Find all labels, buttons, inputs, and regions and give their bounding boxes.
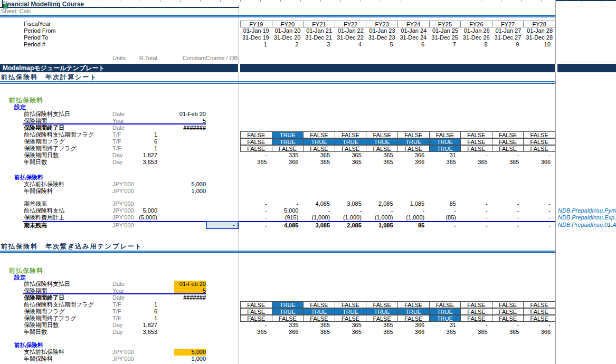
row-label: 保険料費用計上 xyxy=(24,214,64,221)
flag-row-2: FALSETRUETRUETRUETRUETRUETRUEFALSEFALSEF… xyxy=(240,138,555,145)
value-cell: 85 xyxy=(429,200,461,207)
period-num-cell: 10 xyxy=(524,41,555,48)
days-cell: 366 xyxy=(524,159,555,166)
flag-cell: FALSE xyxy=(366,301,398,308)
flag-cell: FALSE xyxy=(272,145,304,152)
period-num-label: Period # xyxy=(24,41,45,48)
period-to-label: Period To xyxy=(24,34,48,41)
period-to-cell: 31-Dec 26 xyxy=(461,34,492,41)
flag-cell: TRUE xyxy=(397,308,430,315)
value-cell: - xyxy=(524,207,555,214)
period-to-cell: 31-Dec 25 xyxy=(429,34,461,41)
ndb-ref-closing: NDB.PrepaidInsu.01.A.C xyxy=(558,222,616,228)
opening-balance-cells: --4,0853,0852,0851,08585--- xyxy=(240,200,555,207)
flag-cell: FALSE xyxy=(492,145,524,152)
days-cell: 365 xyxy=(303,329,335,336)
fiscal-year-row: FiscalYear FY19FY20FY21FY22FY23FY24FY25F… xyxy=(0,21,616,27)
value-cell: 1,085 xyxy=(398,200,430,207)
row-period-end-flag-link: 保険期間終了フラグ T/F 1 FALSEFALSEFALSEFALSEFALS… xyxy=(0,315,616,322)
row-label: 保険期間終了フラグ xyxy=(24,145,77,152)
flag-cell: FALSE xyxy=(303,315,335,322)
flag-cell: TRUE xyxy=(335,138,367,145)
flag-cell: FALSE xyxy=(460,131,492,138)
calc-premium-heading: 前払保険料 xyxy=(14,174,43,181)
units-cell: JPY'000 xyxy=(112,200,134,207)
days-cell: 31 xyxy=(429,152,461,159)
row-annual-premium-link: 年間保険料 JPY'000 1,000 xyxy=(0,356,616,362)
constant-cell: 5,000 xyxy=(174,181,206,188)
row-period-end-flag: 保険期間終了フラグ T/F 1 FALSEFALSEFALSEFALSEFALS… xyxy=(0,145,616,152)
flag-row-1-link: FALSETRUEFALSEFALSEFALSEFALSEFALSEFALSEF… xyxy=(240,301,555,308)
value-cell: - xyxy=(272,200,304,207)
period-num-cell: 3 xyxy=(303,41,335,48)
flag-row-2-link: FALSETRUETRUETRUETRUETRUETRUEFALSEFALSEF… xyxy=(240,308,555,315)
row-label: 前払保険料支払日 xyxy=(24,111,70,118)
days-cell: - xyxy=(492,322,524,329)
units-cell: Date xyxy=(112,124,125,131)
title-underline xyxy=(0,7,239,8)
modelmap-bar: Modelmapモジュールテンプレート xyxy=(0,64,616,72)
days-cell: 365 xyxy=(240,159,272,166)
days-cell: 366 xyxy=(524,329,555,336)
value-cell: - xyxy=(524,200,555,207)
flag-cell: FALSE xyxy=(240,308,272,315)
value-cell: - xyxy=(461,207,492,214)
fiscal-year-cell: FY21 xyxy=(303,21,335,27)
flag-cell: FALSE xyxy=(523,308,555,315)
value-cell: 4,085 xyxy=(272,222,304,229)
sheet-label: Sheet: Calc xyxy=(1,8,31,14)
input-cell-premium[interactable]: 5,000 xyxy=(174,349,206,356)
days-cell: 365 xyxy=(335,329,366,336)
period-num-row: Period # 12345678910 xyxy=(0,41,616,48)
value-cell: 1,085 xyxy=(366,222,398,229)
flag-row-3: FALSEFALSEFALSEFALSEFALSEFALSETRUEFALSEF… xyxy=(240,145,555,152)
constant-cell: 01-Feb 20 xyxy=(174,111,206,118)
spreadsheet-canvas: Financial Modelling Course Sheet: Calc F… xyxy=(0,0,616,364)
flag-cell: TRUE xyxy=(303,308,335,315)
value-cell: 2,085 xyxy=(335,222,366,229)
flag-cell: FALSE xyxy=(366,315,398,322)
flag-cell: FALSE xyxy=(240,145,272,152)
calc-title-double-rule xyxy=(0,81,555,84)
flag-cell: FALSE xyxy=(523,301,555,308)
row-label: 保険期間フラグ xyxy=(24,138,65,145)
value-cell: (1,000) xyxy=(366,214,398,221)
days-cell: 365 xyxy=(335,322,366,329)
fiscal-year-label: FiscalYear xyxy=(24,21,51,27)
period-num-cell: 2 xyxy=(272,41,304,48)
row-label: 期末残高 xyxy=(24,222,47,229)
flag-cell: FALSE xyxy=(240,301,272,308)
row-label: 保険期間日数 xyxy=(24,152,59,159)
flag-cell: FALSE xyxy=(335,301,367,308)
flag-cell: FALSE xyxy=(240,315,272,322)
row-label: 前払保険料支払期間フラグ xyxy=(24,131,94,138)
period-days-cells-link: -33536536536536631--- xyxy=(240,322,555,329)
value-cell: (1,000) xyxy=(335,214,366,221)
flag-cell: FALSE xyxy=(460,145,492,152)
row-label: 保険期間日数 xyxy=(24,322,59,329)
row-period-end-date: 保険期間終了日 Date ####### xyxy=(0,124,616,131)
closing-balance-cells: -4,0853,0852,0851,08585---- xyxy=(240,222,555,229)
days-cell: 366 xyxy=(398,322,430,329)
rtotal-cell: 1,827 xyxy=(119,322,157,329)
flag-cell: TRUE xyxy=(429,145,461,152)
rtotal-cell: 1 xyxy=(119,301,157,308)
period-days-cells: -33536536536536631--- xyxy=(240,152,555,159)
value-cell: (1,000) xyxy=(303,214,335,221)
period-to-cells: 31-Dec 1931-Dec 2031-Dec 2131-Dec 2231-D… xyxy=(240,34,555,41)
days-cell: 365 xyxy=(303,152,335,159)
row-period-days: 保険期間日数 Day 1,827 -33536536536536631--- xyxy=(0,152,616,159)
flag-cell: FALSE xyxy=(240,131,272,138)
days-cell: 365 xyxy=(335,152,366,159)
value-cell: - xyxy=(398,207,430,214)
premium-expense-cells: -(915)(1,000)(1,000)(1,000)(1,000)(85)--… xyxy=(240,214,555,221)
active-cell[interactable]: - xyxy=(206,221,239,229)
ndb-ref-expense: NDB.PrepaidInsu.Exp.0 xyxy=(558,214,616,221)
flag-cell: TRUE xyxy=(366,308,398,315)
input-cell-payment-date[interactable]: 01-Feb 20 xyxy=(174,281,206,288)
row-period-flag: 保険期間フラグ T/F 6 FALSETRUETRUETRUETRUETRUET… xyxy=(0,138,616,145)
units-cell: JPY'000 xyxy=(112,181,134,188)
period-to-cell: 31-Dec 28 xyxy=(524,34,555,41)
constant-cell-overflow: ####### xyxy=(174,294,206,301)
row-year-days-link: 年間日数 Day 3,653 3653663653653653663653653… xyxy=(0,329,616,336)
